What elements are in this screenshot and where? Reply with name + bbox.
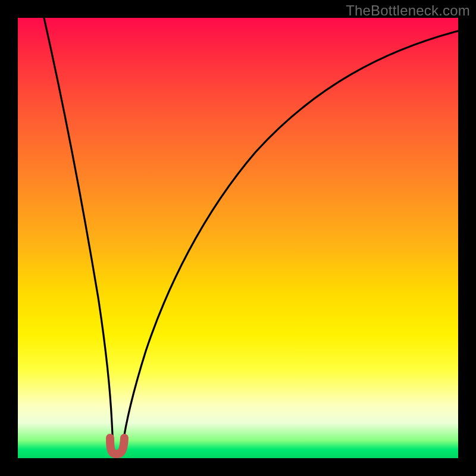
curve-right	[123, 31, 458, 446]
curve-left	[44, 18, 113, 446]
chart-frame: TheBottleneck.com	[0, 0, 476, 476]
curve-overlay	[18, 18, 458, 458]
notch-marker	[110, 438, 124, 454]
plot-area	[18, 18, 458, 458]
watermark-text: TheBottleneck.com	[346, 2, 470, 19]
